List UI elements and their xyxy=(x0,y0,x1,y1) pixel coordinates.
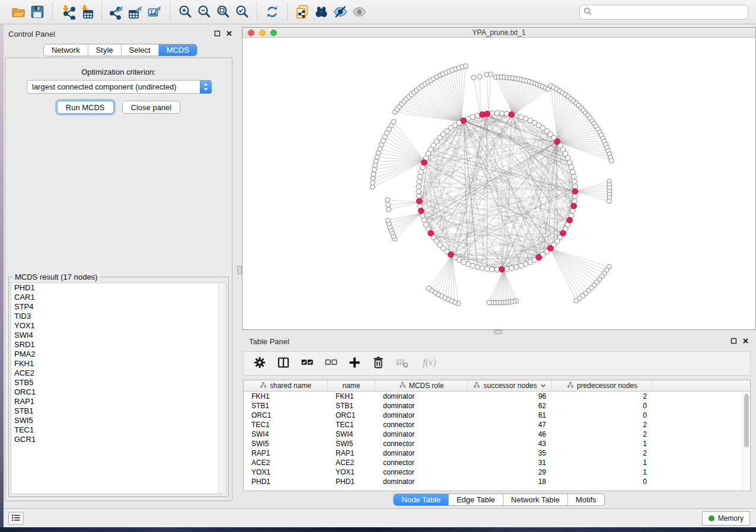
main-toolbar xyxy=(0,0,756,24)
table-cell: dominator xyxy=(375,430,468,438)
zoom-in-button[interactable] xyxy=(176,3,194,21)
network-window-titlebar[interactable]: YPA_prune.txt_1 xyxy=(243,28,755,38)
column-header-MCDS-role[interactable]: MCDS role xyxy=(375,380,468,391)
table-cell: 61 xyxy=(468,411,552,419)
table-row[interactable]: RAP1RAP1dominator352 xyxy=(244,448,750,458)
panel-menu-button[interactable] xyxy=(8,512,24,525)
save-session-button[interactable] xyxy=(28,3,47,21)
zoom-in-icon xyxy=(177,4,193,20)
mcds-result-item[interactable]: GCR1 xyxy=(11,435,226,444)
mcds-result-item[interactable]: PHD1 xyxy=(11,283,226,293)
tab-mcds[interactable]: MCDS xyxy=(158,44,197,56)
hide-selected-button[interactable] xyxy=(331,3,350,21)
mcds-result-item[interactable]: TEC1 xyxy=(11,425,226,435)
export-table-button[interactable] xyxy=(126,3,145,21)
open-session-button[interactable] xyxy=(9,3,28,21)
float-panel-icon[interactable] xyxy=(214,30,221,37)
table-cell: 62 xyxy=(468,402,552,410)
network-canvas[interactable] xyxy=(243,38,755,329)
delete-column-button[interactable] xyxy=(371,356,386,371)
mcds-result-item[interactable]: SWI5 xyxy=(11,416,226,425)
mcds-tab-content: Optimization criterion: largest connecte… xyxy=(5,57,232,501)
table-cell: connector xyxy=(375,440,468,448)
table-scrollbar[interactable] xyxy=(742,392,749,490)
export-image-icon xyxy=(147,4,162,20)
table-row[interactable]: SWI4SWI4dominator462 xyxy=(244,430,750,439)
column-header-label: MCDS role xyxy=(409,382,444,390)
mcds-result-item[interactable]: STP4 xyxy=(11,302,226,312)
select-all-button[interactable] xyxy=(299,356,315,371)
settings-button[interactable] xyxy=(252,356,267,371)
mcds-result-item[interactable]: SRD1 xyxy=(11,340,226,350)
mcds-result-item[interactable]: RAP1 xyxy=(11,397,226,406)
list-menu-icon xyxy=(11,514,21,524)
tab-style[interactable]: Style xyxy=(88,44,121,56)
mcds-result-item[interactable]: YOX1 xyxy=(11,321,226,331)
maximize-window-icon[interactable] xyxy=(270,30,277,36)
mcds-result-item[interactable]: FKH1 xyxy=(11,359,226,368)
tab-network[interactable]: Network xyxy=(44,44,88,56)
export-network-button[interactable] xyxy=(107,3,126,21)
mcds-result-item[interactable]: SWI4 xyxy=(11,331,226,340)
close-window-icon[interactable] xyxy=(248,30,254,36)
zoom-fit-button[interactable] xyxy=(213,3,232,21)
add-column-button[interactable] xyxy=(347,356,362,371)
attribute-type-icon xyxy=(260,382,267,390)
clone-network-button[interactable] xyxy=(293,3,312,21)
tab-select[interactable]: Select xyxy=(121,44,158,56)
column-header-label: predecessor nodes xyxy=(577,382,637,390)
table-cell: RAP1 xyxy=(328,449,375,457)
table-row[interactable]: FKH1FKH1dominator962 xyxy=(244,392,750,401)
import-network-button[interactable] xyxy=(58,3,77,21)
tab-node-table[interactable]: Node Table xyxy=(394,494,448,505)
table-row[interactable]: ACE2ACE2connector311 xyxy=(244,458,750,467)
table-row[interactable]: SWI5SWI5connector431 xyxy=(244,439,750,448)
search-box[interactable] xyxy=(579,5,748,20)
optimization-criterion-select[interactable]: largest connected component (undirected) xyxy=(27,80,212,94)
memory-button[interactable]: Memory xyxy=(702,511,750,525)
column-header-name[interactable]: name xyxy=(328,380,375,391)
first-neighbors-button[interactable] xyxy=(312,3,331,21)
columns-button[interactable] xyxy=(276,356,291,371)
column-header-shared-name[interactable]: shared name xyxy=(244,380,328,391)
mcds-result-item[interactable]: PMA2 xyxy=(11,350,226,359)
close-panel-button[interactable]: Close panel xyxy=(122,101,181,114)
mcds-result-item[interactable]: STB1 xyxy=(11,406,226,416)
tab-motifs[interactable]: Motifs xyxy=(567,494,604,505)
table-row[interactable]: STB1STB1dominator620 xyxy=(244,401,750,411)
table-row[interactable]: YOX1YOX1connector291 xyxy=(244,467,750,477)
zoom-out-button[interactable] xyxy=(194,3,213,21)
close-panel-icon[interactable] xyxy=(742,338,749,344)
table-row[interactable]: ORC1ORC1dominator610 xyxy=(244,411,750,420)
tab-edge-table[interactable]: Edge Table xyxy=(448,494,503,505)
export-image-button[interactable] xyxy=(145,3,164,21)
mcds-result-item[interactable]: STB5 xyxy=(11,378,226,387)
float-panel-icon[interactable] xyxy=(731,338,737,344)
mcds-list-scrollbar[interactable] xyxy=(218,283,226,493)
table-row[interactable]: TEC1TEC1connector472 xyxy=(244,420,750,430)
refresh-layout-button[interactable] xyxy=(263,3,282,21)
mcds-result-item[interactable]: ORC1 xyxy=(11,387,226,397)
vertical-splitter-handle[interactable] xyxy=(237,266,242,274)
zoom-selected-button[interactable] xyxy=(232,3,251,21)
show-all-button xyxy=(350,3,369,21)
table-cell: 35 xyxy=(468,449,552,457)
search-input[interactable] xyxy=(594,6,748,18)
column-header-predecessor-nodes[interactable]: predecessor nodes xyxy=(552,380,653,391)
close-panel-icon[interactable] xyxy=(226,30,232,37)
table-row[interactable]: PHD1PHD1dominator180 xyxy=(244,477,750,486)
tab-network-table[interactable]: Network Table xyxy=(503,494,567,505)
run-mcds-button[interactable]: Run MCDS xyxy=(57,101,114,114)
mcds-result-list[interactable]: PHD1CAR1STP4TID3YOX1SWI4SRD1PMA2FKH1ACE2… xyxy=(11,283,227,494)
table-header-row: shared namenameMCDS rolesuccessor nodesp… xyxy=(244,380,750,392)
deselect-all-button[interactable] xyxy=(323,356,339,371)
scrollbar-thumb[interactable] xyxy=(744,394,749,447)
status-bar: Memory xyxy=(4,508,756,527)
mcds-result-item[interactable]: TID3 xyxy=(11,312,226,321)
mcds-result-item[interactable]: CAR1 xyxy=(11,293,226,302)
import-table-button[interactable] xyxy=(77,3,96,21)
minimize-window-icon[interactable] xyxy=(259,30,266,36)
network-graph[interactable] xyxy=(243,38,755,329)
mcds-result-item[interactable]: ACE2 xyxy=(11,368,226,378)
column-header-successor-nodes[interactable]: successor nodes xyxy=(468,380,552,391)
